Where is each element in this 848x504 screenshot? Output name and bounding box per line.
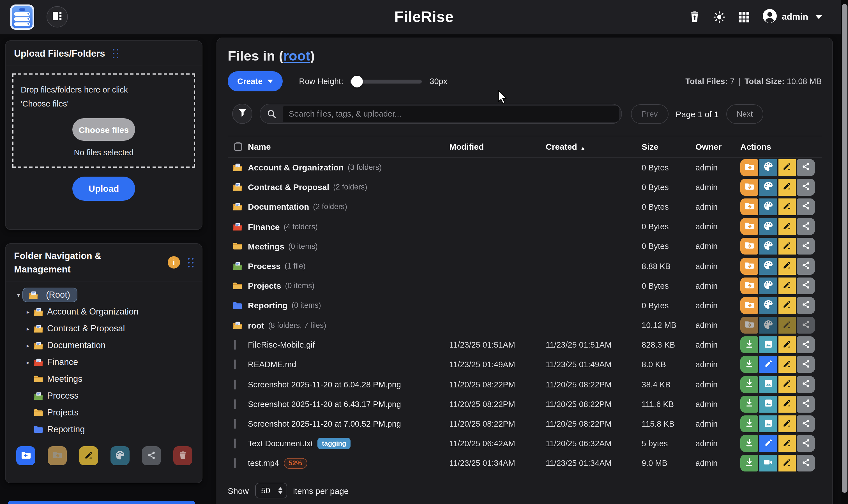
- row-checkbox[interactable]: [234, 360, 235, 370]
- folder-tree-item[interactable]: ▸Finance: [10, 354, 197, 371]
- share-button[interactable]: [797, 179, 815, 196]
- folder-row[interactable]: Documentation(2 folders)0 Bytesadmin: [228, 197, 822, 217]
- share-button[interactable]: [797, 258, 815, 274]
- rename-button[interactable]: [778, 277, 796, 294]
- column-header-size[interactable]: Size: [642, 142, 695, 151]
- folder-move-button[interactable]: [740, 258, 758, 274]
- rename-button[interactable]: [778, 179, 796, 196]
- folder-row[interactable]: Account & Organization(3 folders)0 Bytes…: [228, 158, 822, 177]
- file-row[interactable]: README.md11/23/25 01:49AM11/23/25 01:49A…: [228, 355, 822, 375]
- folder-move-button[interactable]: [740, 277, 758, 294]
- folder-tree-item[interactable]: ▸Documentation: [10, 337, 197, 354]
- download-button[interactable]: [740, 435, 758, 452]
- root-breadcrumb-link[interactable]: root: [283, 48, 310, 64]
- share-button[interactable]: [797, 238, 815, 255]
- rename-button[interactable]: [778, 258, 796, 274]
- tree-caret-icon[interactable]: ▸: [24, 359, 32, 365]
- share-button[interactable]: [797, 455, 815, 472]
- filerise-logo[interactable]: [10, 4, 34, 30]
- share-button[interactable]: [797, 396, 815, 413]
- rename-button[interactable]: [778, 297, 796, 314]
- item-name[interactable]: Contract & Proposal: [248, 182, 329, 192]
- tree-caret-icon[interactable]: ▸: [24, 342, 32, 348]
- move-folder-button[interactable]: [48, 446, 67, 465]
- tree-caret-icon[interactable]: ▸: [24, 325, 32, 331]
- create-folder-button[interactable]: [16, 446, 35, 465]
- next-page-button[interactable]: Next: [726, 104, 764, 124]
- folder-move-button[interactable]: [740, 179, 758, 196]
- item-name[interactable]: FileRise-Mobile.gif: [248, 341, 315, 349]
- delete-folder-button[interactable]: [173, 446, 192, 465]
- download-button[interactable]: [740, 376, 758, 393]
- folder-row[interactable]: Meetings(0 items)0 Bytesadmin: [228, 237, 822, 256]
- row-checkbox[interactable]: [234, 438, 235, 449]
- rename-button[interactable]: [778, 435, 796, 452]
- share-button[interactable]: [797, 317, 815, 334]
- view-switch-button[interactable]: [47, 6, 68, 28]
- download-button[interactable]: [740, 356, 758, 373]
- row-checkbox[interactable]: [234, 399, 235, 409]
- item-name[interactable]: Finance: [248, 222, 280, 231]
- drag-handle-icon[interactable]: [188, 258, 194, 267]
- rename-button[interactable]: [778, 415, 796, 432]
- share-button[interactable]: [797, 337, 815, 354]
- folder-tree-item[interactable]: ▸Account & Organization: [10, 303, 197, 320]
- rename-button[interactable]: [778, 238, 796, 255]
- download-button[interactable]: [740, 337, 758, 354]
- folder-row[interactable]: root(8 folders, 7 files)10.12 MBadmin: [228, 316, 822, 335]
- share-button[interactable]: [797, 218, 815, 235]
- file-row[interactable]: Screenshot 2025-11-20 at 7.00.52 PM.png1…: [228, 414, 822, 434]
- edit-button[interactable]: [759, 435, 777, 452]
- palette-button[interactable]: [759, 198, 777, 215]
- rename-button[interactable]: [778, 317, 796, 334]
- rename-button[interactable]: [778, 337, 796, 354]
- column-header-name[interactable]: Name: [248, 142, 449, 151]
- folder-tree-item[interactable]: ▾(Root): [10, 287, 197, 303]
- theme-toggle-sun-icon[interactable]: [713, 11, 725, 23]
- row-checkbox[interactable]: [234, 458, 235, 468]
- folder-row[interactable]: Finance(4 folders)0 Bytesadmin: [228, 217, 822, 236]
- folder-color-button[interactable]: [110, 446, 129, 465]
- folder-tree-item[interactable]: Reporting: [10, 421, 197, 438]
- palette-button[interactable]: [759, 277, 777, 294]
- folder-row[interactable]: Projects(0 items)0 Bytesadmin: [228, 276, 822, 295]
- selected-folder-pill[interactable]: (Root): [22, 288, 77, 302]
- folder-row[interactable]: Contract & Proposal(2 folders)0 Bytesadm…: [228, 177, 822, 197]
- rename-button[interactable]: [778, 159, 796, 176]
- item-name[interactable]: Reporting: [248, 301, 288, 310]
- folder-move-button[interactable]: [740, 297, 758, 314]
- download-button[interactable]: [740, 415, 758, 432]
- share-button[interactable]: [797, 376, 815, 393]
- drag-handle-icon[interactable]: [113, 49, 119, 58]
- file-row[interactable]: Screenshot 2025-11-20 at 6.43.17 PM.png1…: [228, 394, 822, 414]
- column-header-created[interactable]: Created▲: [546, 142, 642, 151]
- tree-caret-icon[interactable]: ▸: [24, 309, 32, 315]
- share-button[interactable]: [797, 415, 815, 432]
- share-button[interactable]: [797, 198, 815, 215]
- folder-tree-item[interactable]: ▸Contract & Proposal: [10, 320, 197, 337]
- item-name[interactable]: Account & Organization: [248, 163, 344, 172]
- palette-button[interactable]: [759, 159, 777, 176]
- row-checkbox[interactable]: [234, 379, 235, 389]
- share-button[interactable]: [797, 435, 815, 452]
- share-button[interactable]: [797, 297, 815, 314]
- search-input[interactable]: [283, 106, 619, 122]
- file-row[interactable]: Text Document.txttagging11/20/25 06:42AM…: [228, 434, 822, 453]
- prev-page-button[interactable]: Prev: [631, 104, 669, 124]
- item-name[interactable]: test.mp4: [248, 459, 279, 468]
- item-name[interactable]: Text Document.txt: [248, 439, 313, 448]
- trash-restore-icon[interactable]: [689, 11, 700, 23]
- folder-tree-item[interactable]: Meetings: [10, 371, 197, 388]
- file-row[interactable]: test.mp452%11/23/25 01:34AM11/23/25 01:3…: [228, 453, 822, 473]
- folder-tree-item[interactable]: Projects: [10, 404, 197, 421]
- items-per-page-select[interactable]: 50: [255, 483, 287, 498]
- item-name[interactable]: root: [248, 320, 264, 330]
- row-height-slider[interactable]: [350, 79, 422, 83]
- item-name[interactable]: Process: [248, 261, 281, 271]
- share-button[interactable]: [797, 356, 815, 373]
- preview-video-button[interactable]: [759, 455, 777, 472]
- filter-button[interactable]: [232, 104, 252, 124]
- download-button[interactable]: [740, 455, 758, 472]
- share-folder-button[interactable]: [142, 446, 161, 465]
- folder-move-button[interactable]: [740, 159, 758, 176]
